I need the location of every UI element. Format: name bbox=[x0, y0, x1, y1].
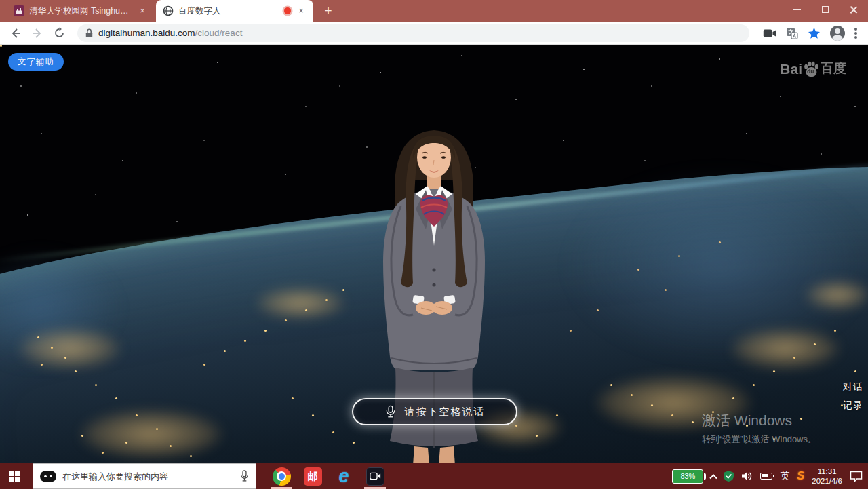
browser-toolbar: digitalhuman.baidu.com/cloud/react bbox=[0, 22, 868, 45]
taskbar-apps: 邮 e bbox=[266, 463, 391, 489]
action-center-icon[interactable] bbox=[850, 471, 863, 482]
taskbar-mail-button[interactable]: 邮 bbox=[297, 463, 328, 489]
taskbar-clock[interactable]: 11:31 2021/4/6 bbox=[812, 467, 842, 486]
city-glow bbox=[256, 288, 344, 319]
toolbar-icons bbox=[759, 26, 861, 41]
taskbar-ie-button[interactable]: e bbox=[328, 463, 359, 489]
globe-favicon-icon bbox=[163, 5, 174, 16]
city-lights bbox=[0, 45, 2, 47]
internet-explorer-icon: e bbox=[338, 467, 349, 486]
close-icon bbox=[850, 5, 858, 14]
start-button[interactable] bbox=[0, 463, 33, 489]
camera-extension-icon[interactable] bbox=[763, 28, 776, 38]
chrome-icon bbox=[273, 467, 291, 486]
windows-logo-icon bbox=[9, 471, 14, 476]
battery-percent-widget[interactable]: 83% bbox=[672, 469, 703, 484]
tab-baidu-digitalhuman[interactable]: 百度数字人 × bbox=[156, 0, 313, 22]
tab-close-icon[interactable]: × bbox=[296, 5, 307, 16]
mail-icon: 邮 bbox=[304, 467, 322, 486]
minimize-icon bbox=[793, 9, 801, 10]
menu-dots-icon[interactable] bbox=[854, 32, 857, 35]
minimize-button[interactable] bbox=[783, 0, 811, 19]
recording-indicator-icon bbox=[284, 7, 291, 14]
tsinghua-favicon-icon bbox=[14, 5, 24, 16]
url-host: digitalhuman.baidu.com bbox=[98, 28, 195, 38]
clock-date: 2021/4/6 bbox=[812, 476, 842, 486]
url-path: /cloud/react bbox=[195, 28, 243, 38]
address-bar[interactable]: digitalhuman.baidu.com/cloud/react bbox=[77, 24, 749, 42]
defender-shield-icon[interactable] bbox=[724, 471, 734, 482]
maximize-button[interactable] bbox=[811, 0, 840, 19]
tab-close-icon[interactable]: × bbox=[137, 5, 148, 16]
camera-app-icon bbox=[366, 467, 384, 486]
city-glow bbox=[731, 328, 840, 369]
microphone-icon bbox=[384, 404, 397, 419]
reload-icon bbox=[54, 27, 65, 39]
side-tab-dialog[interactable]: 对话 bbox=[843, 381, 863, 393]
sogou-input-icon[interactable]: S bbox=[797, 469, 804, 483]
url-text: digitalhuman.baidu.com/cloud/react bbox=[98, 28, 242, 38]
side-tab-record[interactable]: 记录 bbox=[843, 399, 863, 412]
new-tab-button[interactable]: + bbox=[320, 3, 336, 20]
baidu-logo-bai: Bai bbox=[780, 61, 802, 77]
forward-icon bbox=[31, 27, 43, 39]
activate-windows-watermark: 激活 Windows 转到“设置”以激活 Windows。 bbox=[702, 411, 816, 446]
system-tray: 83% 英 S 11:31 2021/4/6 bbox=[672, 467, 868, 486]
tab-tsinghua[interactable]: 清华大学校园网 Tsinghua Univ × bbox=[7, 0, 155, 22]
taskbar-search-box[interactable] bbox=[33, 463, 256, 489]
clock-time: 11:31 bbox=[812, 467, 842, 476]
profile-avatar[interactable] bbox=[830, 26, 845, 41]
battery-tray-icon[interactable] bbox=[760, 473, 772, 480]
watermark-title: 激活 Windows bbox=[702, 411, 816, 430]
baidu-paw-icon: du bbox=[803, 61, 820, 77]
reload-button[interactable] bbox=[50, 24, 68, 42]
language-indicator[interactable]: 英 bbox=[780, 470, 789, 482]
back-button[interactable] bbox=[7, 24, 24, 42]
digital-human-page: 文字辅助 Bai du 百度 请按下空格 bbox=[0, 45, 868, 463]
city-glow bbox=[19, 328, 121, 369]
search-mic-icon[interactable] bbox=[240, 470, 249, 482]
taskbar-search-input[interactable] bbox=[62, 471, 234, 482]
bookmark-star-icon[interactable] bbox=[808, 27, 821, 39]
tab-title: 清华大学校园网 Tsinghua Univ bbox=[29, 5, 132, 17]
baidu-logo-du: du bbox=[807, 68, 814, 75]
cortana-icon bbox=[40, 471, 56, 482]
taskbar-chrome-button[interactable] bbox=[266, 463, 297, 489]
translate-icon[interactable] bbox=[786, 27, 798, 39]
conversation-log-panel: 对话 记录 bbox=[843, 381, 863, 418]
city-glow bbox=[80, 410, 222, 458]
press-space-to-talk-button[interactable]: 请按下空格说话 bbox=[352, 398, 517, 425]
city-glow bbox=[806, 281, 868, 309]
maximize-icon bbox=[822, 6, 829, 13]
browser-window: 清华大学校园网 Tsinghua Univ × 百度数字人 × + bbox=[0, 0, 868, 489]
baidu-logo: Bai du 百度 bbox=[780, 60, 846, 77]
forward-button[interactable] bbox=[28, 24, 46, 42]
window-controls bbox=[783, 0, 868, 19]
speaker-icon[interactable] bbox=[741, 471, 753, 481]
tab-strip: 清华大学校园网 Tsinghua Univ × 百度数字人 × + bbox=[0, 0, 868, 22]
back-icon bbox=[9, 27, 22, 39]
watermark-subtitle: 转到“设置”以激活 Windows。 bbox=[702, 433, 816, 446]
mic-prompt-text: 请按下空格说话 bbox=[405, 406, 486, 418]
tray-expand-icon[interactable] bbox=[710, 474, 717, 482]
baidu-logo-cn: 百度 bbox=[821, 60, 846, 77]
lock-icon bbox=[85, 28, 93, 38]
windows-taskbar: 邮 e 83% bbox=[0, 463, 868, 489]
taskbar-camera-button[interactable] bbox=[359, 463, 391, 489]
text-assist-button[interactable]: 文字辅助 bbox=[8, 53, 64, 71]
tab-title: 百度数字人 bbox=[178, 5, 279, 17]
close-button[interactable] bbox=[840, 0, 868, 19]
